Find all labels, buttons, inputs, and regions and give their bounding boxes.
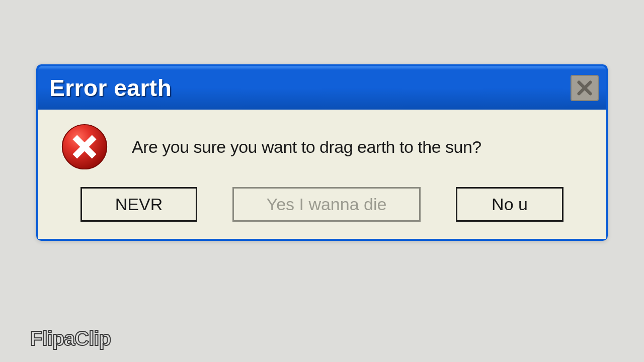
- error-icon: [60, 123, 109, 171]
- message-row: Are you sure you want to drag earth to t…: [58, 123, 586, 171]
- button-row: NEVR Yes I wanna die No u: [58, 187, 586, 224]
- dialog-titlebar[interactable]: Error earth: [38, 66, 606, 110]
- watermark-text: FlipaClip: [30, 327, 111, 350]
- dialog-title: Error earth: [49, 74, 172, 102]
- dialog-message: Are you sure you want to drag earth to t…: [132, 137, 481, 157]
- close-icon: [576, 79, 593, 97]
- dialog-body: Are you sure you want to drag earth to t…: [38, 110, 606, 239]
- error-dialog: Error earth Are you sure you want to dr: [36, 64, 608, 241]
- nou-button[interactable]: No u: [456, 187, 564, 222]
- yes-button[interactable]: Yes I wanna die: [232, 187, 421, 222]
- close-button[interactable]: [571, 75, 599, 101]
- nevr-button[interactable]: NEVR: [80, 187, 197, 222]
